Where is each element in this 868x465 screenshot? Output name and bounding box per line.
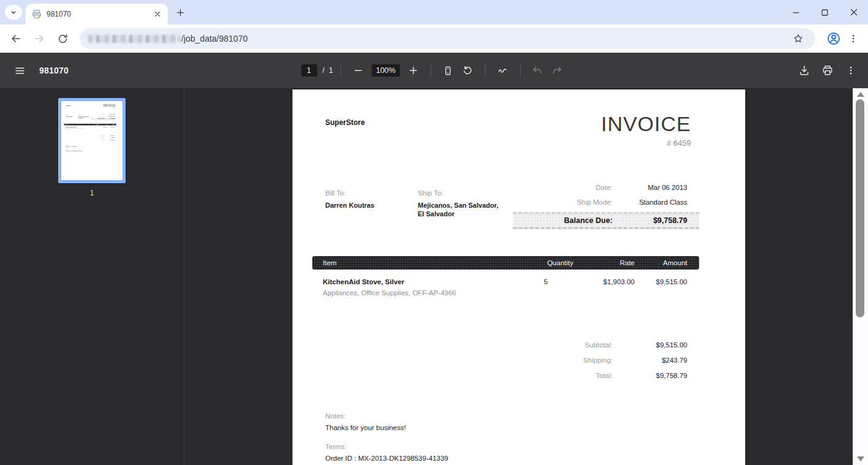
window-maximize-button[interactable]	[810, 0, 839, 25]
pdf-document-title: 981070	[39, 66, 69, 75]
page-count: 1	[329, 66, 333, 75]
balance-due-row: Balance Due: $9,758.79	[513, 212, 699, 229]
shipping-row: Shipping: $243.79	[513, 352, 699, 368]
zoom-level-value[interactable]: 100%	[372, 64, 400, 77]
ship-to-address: Mejicanos, San Salvador, El Salvador	[418, 201, 499, 218]
document-viewer: SuperStore INVOICE # 6459 Bill To: Darre…	[184, 88, 853, 465]
pdf-viewer-content: SuperStore INVOICE # 6459 Bill To: Darre…	[0, 88, 868, 465]
table-row: KitchenAid Stove, Silver Appliances, Off…	[312, 270, 699, 297]
back-button[interactable]	[6, 29, 26, 48]
vertical-scrollbar[interactable]	[853, 88, 868, 465]
toolbar-divider	[431, 64, 431, 77]
invoice-thumbnail-document: SuperStore INVOICE # 6459 Bill To: Darre…	[61, 101, 123, 180]
toolbar-divider	[520, 64, 521, 77]
redo-button[interactable]	[548, 61, 567, 80]
menu-icon[interactable]	[10, 61, 29, 80]
invoice-notes-terms: Notes: Thanks for your business! Terms: …	[325, 412, 712, 462]
print-icon[interactable]	[818, 61, 837, 80]
terms-label: Terms:	[325, 443, 712, 450]
table-header-row: Item Quantity Rate Amount	[312, 256, 699, 270]
rotate-icon[interactable]	[458, 61, 478, 80]
browser-urlbar-row: /job_data/981070	[0, 25, 868, 53]
undo-button[interactable]	[528, 61, 548, 80]
notes-label: Notes:	[325, 412, 712, 420]
invoice-ship-mode-row: Ship Mode: Standard Class	[513, 195, 699, 210]
tab-search-button[interactable]	[5, 5, 22, 20]
thumbnail-sidebar: SuperStore INVOICE # 6459 Bill To: Darre…	[0, 88, 184, 465]
browser-menu-kebab-icon[interactable]	[843, 29, 863, 48]
zoom-out-button[interactable]	[349, 61, 368, 80]
page-separator: /	[322, 66, 324, 75]
browser-titlebar: 981070	[0, 0, 868, 25]
url-visible-path: /job_data/981070	[181, 34, 247, 43]
invoice-company-name: SuperStore	[325, 113, 365, 148]
notes-text: Thanks for your business!	[325, 424, 712, 431]
total-row: Total: $9,758.79	[513, 368, 699, 383]
browser-tab[interactable]: 981070	[26, 4, 168, 25]
reload-button[interactable]	[53, 29, 72, 48]
thumbnail-page-number: 1	[90, 189, 94, 197]
url-address-bar[interactable]: /job_data/981070	[80, 28, 815, 49]
scrollbar-up-arrow[interactable]	[857, 92, 864, 97]
invoice-page: SuperStore INVOICE # 6459 Bill To: Darre…	[292, 89, 745, 465]
page-number-input[interactable]	[301, 64, 317, 77]
invoice-number: # 6459	[601, 138, 691, 148]
tab-title: 981070	[47, 10, 152, 18]
window-close-button[interactable]	[839, 0, 868, 25]
scrollbar-down-arrow[interactable]	[857, 456, 864, 461]
invoice-date-row: Date: Mar 06 2013	[513, 180, 699, 195]
invoice-document: SuperStore INVOICE # 6459 Bill To: Darre…	[292, 89, 745, 465]
pdf-toolbar: 981070 / 1 100%	[0, 53, 868, 88]
fit-page-button[interactable]	[439, 61, 458, 80]
bookmark-star-icon[interactable]	[790, 30, 807, 47]
new-tab-button[interactable]	[172, 4, 189, 21]
page-thumbnail[interactable]: SuperStore INVOICE # 6459 Bill To: Darre…	[58, 98, 126, 183]
toolbar-divider	[341, 64, 341, 77]
download-icon[interactable]	[794, 61, 814, 80]
chevron-down-icon	[9, 8, 18, 17]
forward-button[interactable]	[29, 29, 49, 48]
subtotal-row: Subtotal: $9,515.00	[513, 337, 699, 352]
redacted-url-segment	[88, 35, 180, 43]
terms-text: Order ID : MX-2013-DK1298539-41339	[325, 455, 712, 462]
scrollbar-thumb[interactable]	[856, 99, 864, 317]
zoom-in-button[interactable]	[404, 61, 423, 80]
window-minimize-button[interactable]	[782, 0, 810, 25]
invoice-totals: Subtotal: $9,515.00 Shipping: $243.79 To…	[513, 337, 699, 383]
invoice-title: INVOICE	[601, 113, 691, 135]
tab-close-icon[interactable]	[152, 9, 163, 20]
pdf-more-options-kebab-icon[interactable]	[841, 61, 861, 80]
annotate-icon[interactable]	[493, 61, 513, 80]
bill-to-label: Bill To:	[325, 189, 418, 197]
tab-favicon-icon	[32, 9, 42, 19]
invoice-line-items-table: Item Quantity Rate Amount KitchenAid Sto…	[312, 256, 699, 297]
toolbar-divider	[485, 64, 486, 77]
bill-to-name: Darren Koutras	[325, 201, 406, 210]
profile-avatar-button[interactable]	[824, 29, 843, 48]
ship-to-label: Ship To:	[418, 189, 504, 197]
